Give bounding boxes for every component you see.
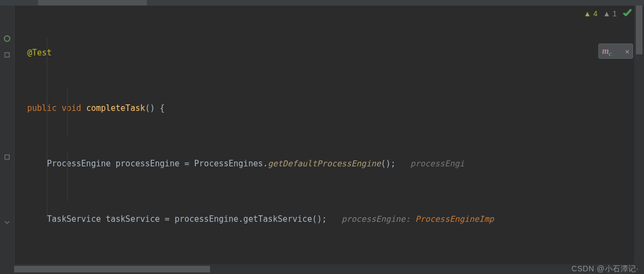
editor-root: @Test public void completeTask() { Proce… (0, 0, 644, 274)
weak-warning-icon[interactable]: ▲ 1 (603, 9, 617, 18)
gutter-icon[interactable] (3, 51, 11, 59)
floating-tool[interactable]: mC ✕ (598, 43, 633, 59)
warning-count: 4 (593, 9, 598, 18)
annotation: @Test (27, 48, 52, 58)
close-icon[interactable]: ✕ (625, 47, 629, 55)
keyword: public (27, 103, 57, 113)
code-line[interactable]: ProcessEngine processEngine = ProcessEng… (14, 155, 634, 172)
active-tab[interactable] (38, 0, 147, 5)
keyword: void (61, 103, 81, 113)
svg-rect-1 (5, 53, 9, 57)
tool-icon: mC (602, 46, 609, 56)
scrollbar-thumb[interactable] (636, 5, 642, 54)
inspection-bar[interactable]: ▲ 4 ▲ 1 (584, 8, 632, 19)
code-text: (); (381, 159, 395, 169)
static-call: getDefaultProcessEngine (268, 159, 381, 169)
inlay-hint: processEngine: (342, 214, 415, 224)
code-area[interactable]: @Test public void completeTask() { Proce… (14, 5, 634, 264)
indent-guide (47, 38, 47, 217)
gutter-icon[interactable] (3, 153, 11, 161)
method-marker-icon[interactable] (3, 35, 11, 42)
code-text: ProcessEngine processEngine = ProcessEng… (47, 159, 268, 169)
svg-point-0 (4, 36, 10, 41)
horizontal-scrollbar[interactable] (0, 264, 644, 274)
code-text: () { (145, 103, 165, 113)
weak-warning-count: 1 (612, 9, 617, 18)
inlay-hint-type: ProcessEngineImp (415, 214, 494, 224)
svg-rect-2 (5, 155, 9, 159)
inspection-ok-icon[interactable] (622, 8, 632, 19)
scrollbar-thumb[interactable] (14, 266, 210, 272)
code-line[interactable]: public void completeTask() { (14, 100, 634, 116)
gutter (0, 5, 15, 274)
indent-guide (67, 152, 68, 201)
vertical-scrollbar[interactable] (634, 5, 644, 264)
code-line[interactable]: @Test (14, 45, 634, 61)
warning-icon[interactable]: ▲ 4 (584, 9, 598, 18)
code-line[interactable]: TaskService taskService = processEngine.… (14, 211, 634, 227)
inlay-hint: processEngi (410, 159, 464, 169)
collapse-icon[interactable] (3, 219, 11, 226)
method-name: completeTask (86, 103, 145, 113)
code-text: TaskService taskService = processEngine.… (47, 214, 327, 224)
indent-guide (67, 87, 68, 136)
